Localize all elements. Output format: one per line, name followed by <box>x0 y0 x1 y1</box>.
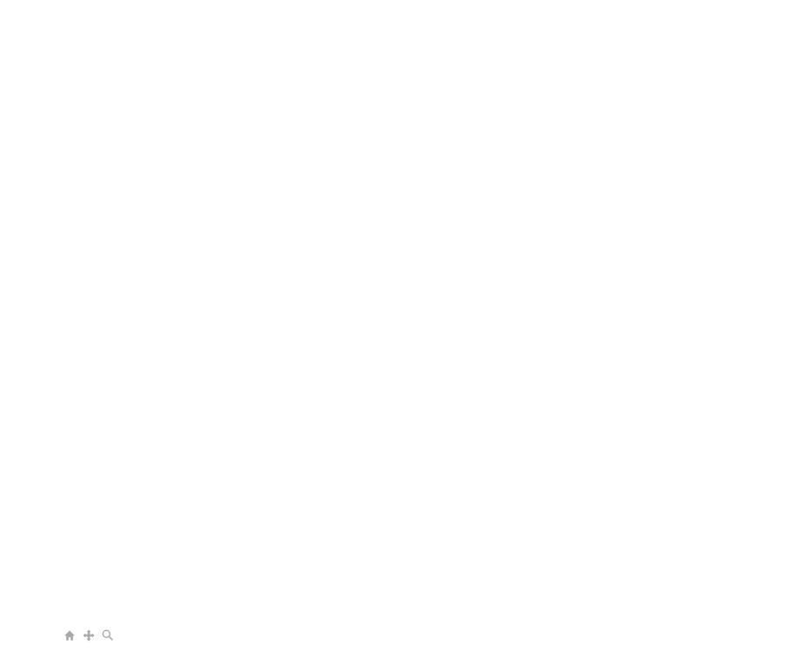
pan-icon[interactable] <box>82 628 96 642</box>
figure <box>139 26 766 618</box>
zoom-icon[interactable] <box>101 628 115 642</box>
home-icon[interactable] <box>63 628 77 642</box>
svg-line-1 <box>109 636 112 640</box>
plot-toolbar <box>63 628 115 642</box>
figure-svg <box>139 26 766 618</box>
svg-point-0 <box>103 630 110 637</box>
